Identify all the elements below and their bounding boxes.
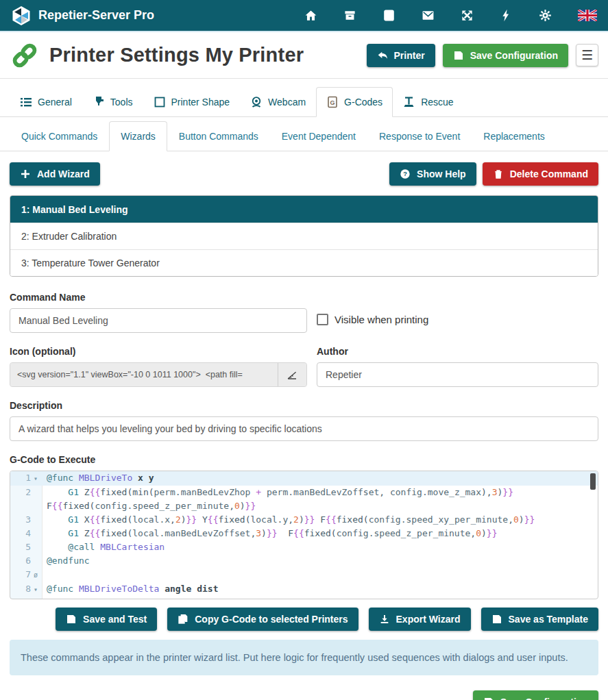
save-icon <box>483 697 494 700</box>
delete-command-button[interactable]: Delete Command <box>483 162 598 186</box>
wizard-form: Command Name Visible when printing Icon … <box>10 292 598 599</box>
visible-when-printing-checkbox[interactable] <box>317 314 328 325</box>
uk-flag-icon[interactable] <box>578 10 597 21</box>
line-number: 1▾ <box>10 471 42 486</box>
save-as-template-button[interactable]: Save as Template <box>481 608 598 631</box>
line-number: 6 <box>10 554 42 568</box>
subtab-replacements[interactable]: Replacements <box>472 121 557 151</box>
gcode-label: G-Code to Execute <box>10 454 598 465</box>
brand-title: Repetier-Server Pro <box>38 8 154 23</box>
visible-when-printing-label: Visible when printing <box>335 314 428 325</box>
tab-general[interactable]: General <box>10 87 82 117</box>
wizard-toolbar: Add Wizard ? Show Help Delete Command <box>10 162 598 186</box>
chain-link-icon <box>10 40 40 71</box>
line-number: 5 <box>10 540 42 554</box>
gcode-subtabs: Quick Commands Wizards Button Commands E… <box>0 121 608 151</box>
repetier-logo-icon <box>11 5 32 26</box>
svg-text:?: ? <box>403 171 407 177</box>
webcam-icon <box>250 96 263 108</box>
subtab-wizards[interactable]: Wizards <box>109 121 167 151</box>
home-icon[interactable] <box>304 9 317 22</box>
line-number: 7ø <box>10 568 42 582</box>
gear-icon[interactable] <box>539 9 552 22</box>
subtab-response-to-event[interactable]: Response to Event <box>367 121 472 151</box>
editor-line-9[interactable]: 9 G1 Z{{fixed(min(perm.manBedLevZhop + p… <box>10 597 598 599</box>
add-wizard-button[interactable]: Add Wizard <box>10 162 100 186</box>
editor-scrollbar-thumb[interactable] <box>590 473 596 490</box>
code-text: @call MBLCartesian <box>42 540 598 554</box>
line-number: 9 <box>10 597 42 599</box>
code-text <box>42 568 598 582</box>
icon-svg-input[interactable] <box>10 363 278 386</box>
subtab-event-dependent[interactable]: Event Dependent <box>270 121 367 151</box>
code-text: @endfunc <box>42 554 598 568</box>
wizard-list-item-3[interactable]: 3: Temperature Tower Generator <box>10 249 598 276</box>
archive-box-icon[interactable] <box>343 9 356 22</box>
editor-line-4[interactable]: 4 G1 Z{{fixed(local.manBedLevZoffset,3)}… <box>10 527 598 540</box>
copy-gcode-button[interactable]: Copy G-Code to selected Printers <box>167 608 358 631</box>
page-header: Printer Settings My Printer Printer Save… <box>0 32 608 79</box>
author-input[interactable] <box>317 362 598 387</box>
printer-button[interactable]: Printer <box>367 44 435 67</box>
gcode-file-icon: G <box>326 96 339 108</box>
save-and-test-button[interactable]: Save and Test <box>56 608 157 631</box>
menu-button[interactable]: ☰ <box>576 44 598 66</box>
code-text: @func MBLDriveToDelta angle dist <box>42 582 598 597</box>
gcode-editor[interactable]: 1▾@func MBLDriveTo x y2 G1 Z{{fixed(min(… <box>10 471 598 599</box>
editor-line-1[interactable]: 1▾@func MBLDriveTo x y <box>10 471 598 486</box>
description-input[interactable] <box>10 416 598 441</box>
wizard-list-item-1[interactable]: 1: Manual Bed Leveling <box>10 196 598 223</box>
save-configuration-button-top[interactable]: Save Configuration <box>443 44 568 67</box>
editor-line-8[interactable]: 8▾@func MBLDriveToDelta angle dist <box>10 582 598 597</box>
mail-icon[interactable] <box>422 9 435 22</box>
wizard-list-item-2[interactable]: 2: Extruder Calibration <box>10 223 598 249</box>
bolt-icon[interactable] <box>500 9 513 22</box>
brand[interactable]: Repetier-Server Pro <box>11 5 154 26</box>
author-label: Author <box>317 346 598 357</box>
tab-rescue[interactable]: Rescue <box>393 87 463 117</box>
hamburger-icon: ☰ <box>581 49 593 62</box>
line-number: 4 <box>10 527 42 540</box>
editor-line-2[interactable]: 2 G1 Z{{fixed(min(perm.manBedLevZhop + p… <box>10 486 598 513</box>
wizard-actions: Save and Test Copy G-Code to selected Pr… <box>10 608 598 631</box>
main-tabs: General Tools Printer Shape Webcam G G-C… <box>0 87 608 117</box>
rescue-icon <box>403 96 415 108</box>
printer-icon[interactable] <box>382 9 396 22</box>
plus-icon <box>20 168 31 179</box>
svg-text:G: G <box>330 99 335 106</box>
command-name-input[interactable] <box>10 308 307 333</box>
tab-tools[interactable]: Tools <box>82 87 143 117</box>
trash-icon <box>493 168 504 179</box>
square-outline-icon <box>154 96 166 108</box>
line-number: 2 <box>10 486 42 513</box>
expand-arrows-icon[interactable] <box>461 9 474 22</box>
save-icon <box>491 614 502 625</box>
top-navbar: Repetier-Server Pro <box>0 0 608 32</box>
download-icon <box>379 614 390 625</box>
tab-printer-shape[interactable]: Printer Shape <box>143 87 241 117</box>
save-configuration-button-bottom[interactable]: Save Configuration <box>473 690 598 700</box>
description-label: Description <box>10 400 598 411</box>
wizard-list: 1: Manual Bed Leveling 2: Extruder Calib… <box>10 195 598 277</box>
editor-line-3[interactable]: 3 G1 X{{fixed(local.x,2)}} Y{{fixed(loca… <box>10 513 598 527</box>
editor-line-7[interactable]: 7ø <box>10 568 598 582</box>
code-text: G1 Z{{fixed(min(perm.manBedLevZhop + per… <box>42 486 598 513</box>
list-icon <box>20 96 32 108</box>
back-arrow-icon <box>377 50 388 61</box>
subtab-quick-commands[interactable]: Quick Commands <box>10 121 109 151</box>
export-wizard-button[interactable]: Export Wizard <box>369 608 471 631</box>
tab-gcodes[interactable]: G G-Codes <box>316 87 393 117</box>
icon-label: Icon (optional) <box>10 346 307 357</box>
subtab-button-commands[interactable]: Button Commands <box>167 121 270 151</box>
editor-line-6[interactable]: 6@endfunc <box>10 554 598 568</box>
editor-line-5[interactable]: 5 @call MBLCartesian <box>10 540 598 554</box>
page-title: Printer Settings My Printer <box>49 44 304 66</box>
icon-preview-button[interactable] <box>278 363 306 386</box>
extruder-icon <box>93 96 105 108</box>
gcode-editor-lines: 1▾@func MBLDriveTo x y2 G1 Z{{fixed(min(… <box>10 471 598 599</box>
code-text: @func MBLDriveTo x y <box>42 471 598 486</box>
show-help-button[interactable]: ? Show Help <box>389 162 476 186</box>
command-name-label: Command Name <box>10 292 307 303</box>
line-number: 8▾ <box>10 582 42 597</box>
tab-webcam[interactable]: Webcam <box>240 87 316 117</box>
